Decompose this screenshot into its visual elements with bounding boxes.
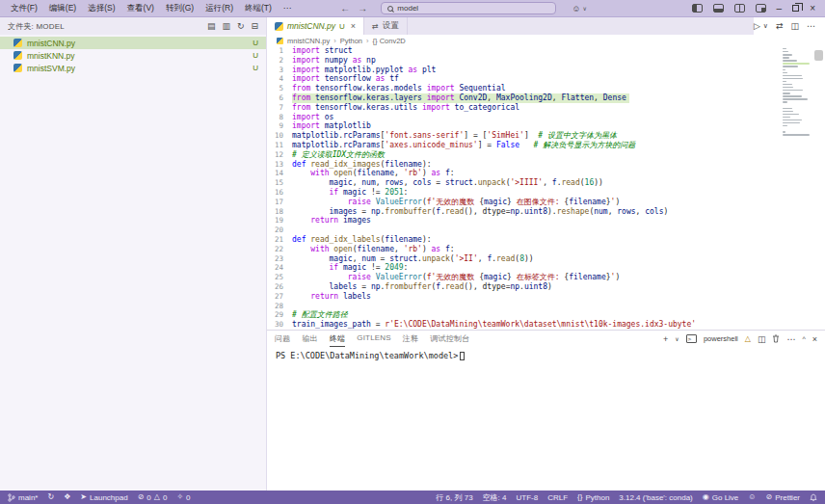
editor-scrollbar[interactable] bbox=[812, 46, 825, 330]
extra-counter-status[interactable]: ✧ 0 bbox=[176, 493, 190, 502]
cursor-position-status[interactable]: 行 6, 列 73 bbox=[436, 492, 472, 503]
run-options-chevron-icon[interactable]: ∨ bbox=[763, 22, 768, 30]
panel-tab[interactable]: 注释 bbox=[403, 332, 418, 347]
breadcrumb-item-symbol[interactable]: {} Conv2D bbox=[373, 37, 406, 45]
minimize-button[interactable]: – bbox=[777, 4, 783, 13]
code-line[interactable]: 17 raise ValueError(f'无效的魔数 {magic} 在图像文… bbox=[267, 198, 781, 207]
open-changes-icon[interactable]: ⇄ bbox=[776, 21, 784, 31]
copilot-icon[interactable]: ☺ bbox=[572, 4, 580, 13]
split-editor-icon[interactable]: ◫ bbox=[790, 21, 799, 31]
menu-item[interactable]: 查看(V) bbox=[122, 2, 159, 15]
code-line[interactable]: 11matplotlib.rcParams['axes.unicode_minu… bbox=[267, 141, 781, 150]
kill-terminal-trash-icon[interactable] bbox=[772, 334, 780, 343]
breadcrumb-item-language[interactable]: Python bbox=[340, 37, 362, 45]
minimap[interactable] bbox=[783, 48, 810, 137]
panel-tab[interactable]: 问题 bbox=[275, 332, 290, 347]
code-line[interactable]: 28 bbox=[267, 302, 781, 311]
code-line[interactable]: 16 if magic != 2051: bbox=[267, 188, 781, 198]
tab-settings[interactable]: ⇄ 设置 bbox=[364, 17, 408, 35]
python-interpreter-status[interactable]: 3.12.4 ('base': conda) bbox=[619, 493, 692, 502]
tab-mnistcnn[interactable]: mnistCNN.py U × bbox=[267, 17, 364, 35]
code-line[interactable]: 23 magic, num = struct.unpack('>II', f.r… bbox=[267, 254, 781, 264]
terminal-input-line[interactable]: PS E:\CODE\DataMining\teamWork\model> bbox=[267, 347, 825, 360]
refresh-explorer-icon[interactable]: ↻ bbox=[237, 21, 245, 31]
menu-item[interactable]: 运行(R) bbox=[200, 2, 238, 15]
code-line[interactable]: 20 bbox=[267, 225, 781, 235]
new-file-icon[interactable]: ▤ bbox=[207, 21, 216, 31]
command-center-search[interactable]: model bbox=[381, 2, 556, 14]
maximize-panel-icon[interactable]: ^ bbox=[802, 335, 805, 342]
code-line[interactable]: 7from tensorflow.keras.utils import to_c… bbox=[267, 103, 781, 113]
menu-item[interactable]: 编辑(E) bbox=[44, 2, 81, 15]
menu-item[interactable]: 转到(G) bbox=[161, 2, 199, 15]
code-line[interactable]: 2import numpy as np bbox=[267, 56, 781, 66]
new-folder-icon[interactable]: ▥ bbox=[222, 21, 230, 31]
problems-status[interactable]: ⊘ 0 △ 0 bbox=[138, 493, 168, 502]
toggle-panel-icon[interactable] bbox=[713, 4, 724, 13]
code-line[interactable]: 21def read_idx_labels(filename): bbox=[267, 235, 781, 245]
language-mode-status[interactable]: {} Python bbox=[577, 493, 609, 502]
code-line[interactable]: 22 with open(filename, 'rb') as f: bbox=[267, 245, 781, 254]
code-line[interactable]: 13def read_idx_images(filename): bbox=[267, 160, 781, 170]
code-line[interactable]: 10matplotlib.rcParams['font.sans-serif']… bbox=[267, 131, 781, 141]
code-line[interactable]: 26 labels = np.frombuffer(f.read(), dtyp… bbox=[267, 282, 781, 292]
menu-item[interactable]: 终端(T) bbox=[240, 2, 277, 15]
close-panel-icon[interactable]: × bbox=[812, 334, 817, 344]
code-line[interactable]: 25 raise ValueError(f'无效的魔数 {magic} 在标签文… bbox=[267, 273, 781, 282]
new-terminal-icon[interactable]: + bbox=[663, 334, 668, 344]
code-line[interactable]: 1import struct bbox=[267, 46, 781, 56]
code-line[interactable]: 5from tensorflow.keras.models import Seq… bbox=[267, 84, 781, 93]
git-branch-status[interactable]: main* bbox=[8, 493, 38, 502]
toggle-sidebar-icon[interactable] bbox=[692, 4, 703, 13]
terminal-profile-chevron-icon[interactable]: ∨ bbox=[675, 335, 679, 342]
scrollbar-thumb[interactable] bbox=[814, 50, 823, 61]
code-line[interactable]: 18 images = np.frombuffer(f.read(), dtyp… bbox=[267, 207, 781, 217]
encoding-status[interactable]: UTF-8 bbox=[517, 493, 539, 502]
prettier-status[interactable]: ⊘ Prettier bbox=[766, 493, 801, 502]
notifications-bell-icon[interactable] bbox=[810, 493, 817, 502]
breadcrumb-item-file[interactable]: mnistCNN.py bbox=[287, 37, 330, 45]
launchpad-status[interactable]: ➤ Launchpad bbox=[80, 493, 127, 502]
panel-tab[interactable]: GITLENS bbox=[357, 332, 391, 347]
code-line[interactable]: 12# 定义读取IDX文件的函数 bbox=[267, 150, 781, 160]
code-line[interactable]: 29# 配置文件路径 bbox=[267, 310, 781, 320]
nav-back-icon[interactable]: ← bbox=[340, 3, 350, 13]
menu-item[interactable]: 文件(F) bbox=[6, 2, 42, 15]
menu-item[interactable]: ⋯ bbox=[279, 2, 297, 15]
code-line[interactable]: 4import tensorflow as tf bbox=[267, 74, 781, 84]
panel-tab[interactable]: 终端 bbox=[330, 332, 345, 347]
code-line[interactable]: 15 magic, num, rows, cols = struct.unpac… bbox=[267, 178, 781, 188]
panel-tab[interactable]: 调试控制台 bbox=[430, 332, 469, 347]
run-python-file-icon[interactable]: ▷ bbox=[754, 21, 760, 31]
file-item[interactable]: mnistSVM.pyU bbox=[0, 62, 266, 74]
copilot-status-icon[interactable]: ☺ bbox=[748, 493, 756, 501]
code-line[interactable]: 3import matplotlib.pyplot as plt bbox=[267, 66, 781, 75]
nav-forward-icon[interactable]: → bbox=[358, 3, 367, 13]
panel-tab[interactable]: 输出 bbox=[302, 332, 317, 347]
panel-more-icon[interactable]: ⋯ bbox=[786, 334, 795, 344]
close-window-button[interactable]: × bbox=[810, 4, 815, 13]
code-line[interactable]: 8import os bbox=[267, 113, 781, 122]
indentation-status[interactable]: 空格: 4 bbox=[483, 492, 507, 503]
terminal-shell-label[interactable]: powershell bbox=[704, 334, 738, 343]
toggle-secondary-sidebar-icon[interactable] bbox=[734, 4, 745, 13]
code-line[interactable]: 30train_images_path = r'E:\CODE\DataMini… bbox=[267, 320, 781, 330]
code-line[interactable]: 24 if magic != 2049: bbox=[267, 263, 781, 273]
eol-status[interactable]: CRLF bbox=[547, 493, 568, 502]
split-terminal-icon[interactable]: ◫ bbox=[758, 334, 766, 344]
extension-status-icon[interactable]: ❖ bbox=[64, 493, 70, 501]
code-line[interactable]: 19 return images bbox=[267, 216, 781, 225]
file-item[interactable]: mnistCNN.pyU bbox=[0, 37, 266, 49]
code-line[interactable]: 6from tensorflow.keras.layers import Con… bbox=[267, 93, 781, 103]
more-actions-icon[interactable]: ⋯ bbox=[807, 21, 815, 31]
code-editor[interactable]: 1import struct2import numpy as np3import… bbox=[267, 46, 825, 330]
copilot-chevron-icon[interactable]: ∨ bbox=[583, 5, 597, 12]
collapse-folders-icon[interactable]: ⊟ bbox=[251, 21, 258, 31]
sync-changes-icon[interactable]: ↻ bbox=[47, 493, 54, 501]
close-tab-icon[interactable]: × bbox=[351, 21, 356, 31]
code-line[interactable]: 9import matplotlib bbox=[267, 121, 781, 131]
code-line[interactable]: 27 return labels bbox=[267, 292, 781, 302]
golive-status[interactable]: ◉ Go Live bbox=[703, 493, 739, 502]
menu-item[interactable]: 选择(S) bbox=[83, 2, 120, 15]
file-item[interactable]: mnistKNN.pyU bbox=[0, 49, 266, 62]
